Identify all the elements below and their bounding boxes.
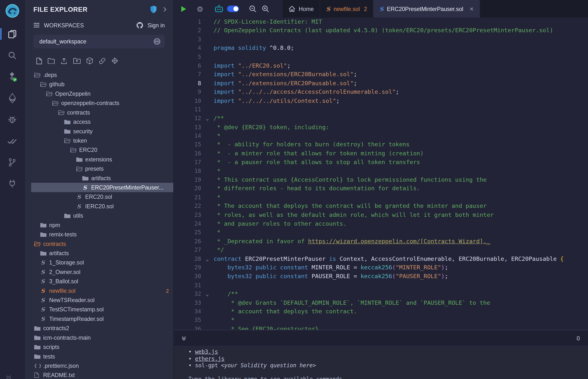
- tree-item[interactable]: tests: [31, 352, 173, 361]
- line-number: 13: [174, 123, 201, 132]
- tree-item[interactable]: icm-contracts-main: [31, 333, 173, 342]
- folder-open-icon: [64, 138, 73, 143]
- tree-item[interactable]: contracts2: [31, 324, 173, 333]
- chevron-right-icon[interactable]: [162, 6, 168, 13]
- editor-area: ⚙ Home: [173, 0, 588, 379]
- solidity-compiler-icon: [7, 71, 17, 82]
- tree-item[interactable]: S1_Storage.sol: [31, 258, 173, 267]
- rail-collapse-icon[interactable]: [5, 375, 12, 379]
- code-line: 7import "../extensions/ERC20Burnable.sol…: [174, 70, 588, 79]
- fold-chevron-icon[interactable]: ⌄: [201, 114, 214, 123]
- new-file-icon[interactable]: [36, 57, 42, 64]
- fold-chevron-icon[interactable]: ⌄: [201, 290, 214, 299]
- zoom-out-button[interactable]: [249, 5, 257, 13]
- sidebar-git-button[interactable]: [0, 152, 24, 173]
- sidebar-search-button[interactable]: [0, 45, 24, 66]
- fold-chevron-icon[interactable]: ⌄: [201, 255, 214, 264]
- code-text: * and pauser roles to other accounts.: [213, 220, 346, 228]
- zoom-in-button[interactable]: [262, 5, 269, 13]
- workspace-select[interactable]: default_workspace: [33, 34, 165, 48]
- remix-logo[interactable]: [4, 3, 20, 19]
- tree-item[interactable]: STestSCTimestamp.sol: [31, 305, 173, 314]
- hamburger-icon[interactable]: [33, 22, 40, 28]
- shield-icon[interactable]: [150, 5, 157, 14]
- sidebar-plugin-manager-button[interactable]: [0, 173, 24, 194]
- tab-newfile[interactable]: S newfile.sol 2: [320, 0, 374, 17]
- code-line: 4pragma solidity ^0.8.0;: [174, 44, 588, 53]
- sign-in-button[interactable]: Sign in: [147, 22, 165, 28]
- cube-icon[interactable]: [86, 57, 93, 65]
- tree-item[interactable]: access: [31, 117, 173, 126]
- code-line: 24 * and pauser roles to other accounts.: [174, 220, 588, 228]
- remix-ai-button[interactable]: [214, 4, 223, 13]
- tree-item[interactable]: S2_Owner.sol: [31, 267, 173, 276]
- line-number: 32: [174, 290, 201, 299]
- tree-item[interactable]: contracts: [31, 239, 173, 248]
- tree-item[interactable]: security: [31, 126, 173, 136]
- tree-item[interactable]: SNewTSReader.sol: [31, 295, 173, 304]
- tree-item[interactable]: ERC20: [31, 145, 173, 155]
- sidebar-unit-testing-button[interactable]: [0, 130, 24, 152]
- tree-item[interactable]: SIERC20.sol: [31, 202, 173, 211]
- file-tree: .depsgithubOpenZeppelinopenzeppelin-cont…: [25, 70, 173, 379]
- terminal-expand-icon[interactable]: [181, 335, 187, 341]
- code-line: 27 */: [174, 246, 588, 255]
- tree-item[interactable]: STimestampReader.sol: [31, 314, 173, 323]
- tree-item[interactable]: token: [31, 136, 173, 145]
- fold-spacer: [201, 17, 214, 26]
- code-line: 9import "../../../access/AccessControlEn…: [174, 88, 588, 97]
- line-number: 9: [174, 88, 201, 97]
- tree-item[interactable]: utils: [31, 211, 173, 220]
- tree-item[interactable]: openzeppelin-contracts: [31, 98, 173, 108]
- tree-item[interactable]: { }.prettierrc.json: [31, 361, 173, 370]
- tree-item-label: openzeppelin-contracts: [61, 100, 119, 106]
- sidebar-debugger-button[interactable]: [0, 109, 24, 130]
- fold-spacer: [201, 246, 214, 255]
- tree-item[interactable]: .deps: [31, 70, 173, 79]
- tree-item[interactable]: npm: [31, 220, 173, 230]
- fold-spacer: [201, 123, 214, 132]
- tree-item[interactable]: remix-tests: [31, 230, 173, 239]
- tree-item-label: npm: [49, 222, 60, 228]
- tree-item[interactable]: S3_Ballot.sol: [31, 277, 173, 286]
- run-script-button[interactable]: [180, 5, 187, 12]
- fold-spacer: [201, 132, 214, 141]
- sidebar-file-explorer-button[interactable]: [0, 23, 24, 45]
- tree-item[interactable]: OpenZeppelin: [31, 89, 173, 98]
- code-lines: 1// SPDX-License-Identifier: MIT2// Open…: [174, 17, 588, 330]
- tree-item[interactable]: artifacts: [31, 174, 173, 183]
- new-folder-icon[interactable]: [48, 58, 55, 64]
- library-link[interactable]: web3.js: [195, 348, 218, 355]
- tab-home[interactable]: Home: [282, 0, 320, 17]
- tree-item[interactable]: Snewfile.sol2: [31, 286, 173, 295]
- link-icon[interactable]: [99, 57, 106, 64]
- tree-item[interactable]: scripts: [31, 342, 173, 351]
- sidebar-deploy-run-button[interactable]: [0, 87, 24, 109]
- terminal[interactable]: •web3.js•ethers.js•sol-gpt<your Solidity…: [174, 346, 588, 379]
- ai-copilot-toggle[interactable]: [227, 6, 239, 12]
- upload-file-icon[interactable]: [60, 57, 67, 64]
- tree-item[interactable]: README.txt: [31, 370, 173, 379]
- tree-item[interactable]: SERC20PresetMinterPauser...: [31, 183, 173, 192]
- tree-item[interactable]: contracts: [31, 108, 173, 117]
- code-text: import "../../../utils/Context.sol";: [213, 97, 340, 106]
- line-number: 27: [174, 246, 201, 255]
- close-tab-icon[interactable]: ×: [470, 5, 474, 12]
- upload-folder-icon[interactable]: [73, 58, 81, 64]
- line-number: 23: [174, 211, 201, 220]
- sidebar-solidity-compiler-button[interactable]: [0, 66, 24, 87]
- tab-erc20-preset-minter-pauser[interactable]: S ERC20PresetMinterPauser.sol ×: [373, 0, 480, 17]
- tree-item[interactable]: presets: [31, 164, 173, 174]
- tree-item[interactable]: artifacts: [31, 248, 173, 258]
- code-line: 31: [174, 281, 588, 290]
- tree-item[interactable]: github: [31, 79, 173, 89]
- tree-item[interactable]: SERC20.sol: [31, 192, 173, 202]
- terminal-item: •web3.js: [188, 348, 588, 355]
- code-line: 26 * _Deprecated in favor of https://wiz…: [174, 237, 588, 246]
- tree-item[interactable]: extensions: [31, 155, 173, 164]
- tree-item-label: artifacts: [91, 175, 111, 181]
- kite-icon[interactable]: [111, 57, 118, 64]
- code-editor[interactable]: 1// SPDX-License-Identifier: MIT2// Open…: [174, 17, 588, 330]
- library-link[interactable]: ethers.js: [195, 355, 225, 363]
- script-config-button[interactable]: ⚙: [197, 5, 203, 13]
